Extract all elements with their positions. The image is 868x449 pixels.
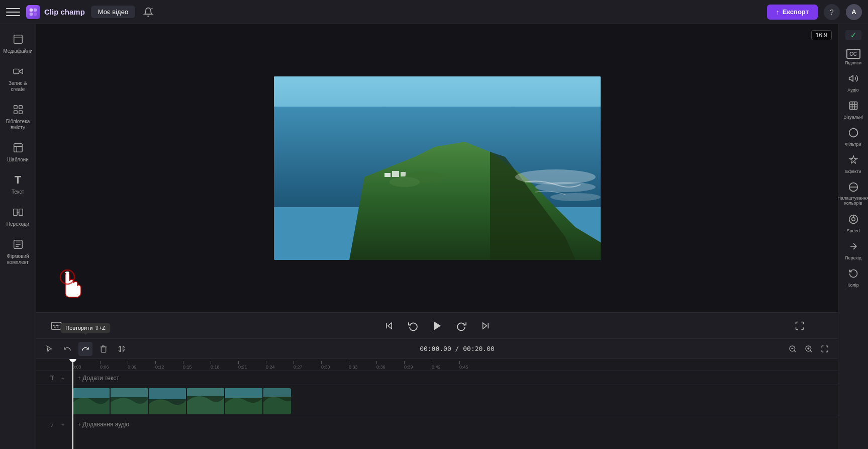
svg-marker-54: [849, 75, 853, 81]
time-display: 00:00.00 / 00:20.00: [420, 345, 495, 352]
filters-icon: [848, 128, 858, 140]
undo-button[interactable]: [60, 342, 74, 356]
rewind-5-button[interactable]: [405, 318, 421, 334]
rs-label-color-correction: Налаштування кольорів: [837, 196, 868, 206]
avatar[interactable]: A: [846, 4, 862, 20]
sidebar-label-text: Текст: [12, 189, 24, 195]
play-button[interactable]: [429, 318, 445, 334]
rs-item-color[interactable]: Колір: [840, 265, 866, 291]
ruler-mark-7: 0:24: [266, 361, 294, 370]
text-icon: T: [11, 173, 25, 187]
media-icon: [11, 32, 25, 46]
rs-item-effects[interactable]: Ефекти: [840, 151, 866, 177]
preview-container: 16:9: [36, 24, 838, 312]
video-thumbnail-3: [149, 388, 186, 414]
sidebar-item-record[interactable]: Запис & create: [3, 60, 33, 97]
rs-item-transition[interactable]: Перехід: [840, 238, 866, 264]
rs-label-effects: Ефекти: [845, 169, 861, 174]
my-video-button[interactable]: Моє відео: [91, 6, 135, 18]
add-audio-label: + Додавання аудіо: [77, 421, 129, 428]
rs-label-speed: Speed: [846, 228, 859, 233]
sidebar-item-content-library[interactable]: Бібліотека вмісту: [3, 99, 33, 135]
zoom-in-button[interactable]: [802, 342, 816, 356]
confirm-area: ✓: [840, 28, 866, 42]
redo-button[interactable]: [78, 342, 92, 356]
preview-video: [274, 76, 601, 260]
ruler-mark-0: 0:03: [72, 361, 100, 370]
sidebar-item-brand-kit[interactable]: Фірмовий комплект: [3, 233, 33, 270]
add-audio-button[interactable]: + Додавання аудіо: [77, 421, 129, 428]
rs-item-filters[interactable]: Фільтри: [840, 124, 866, 150]
rs-item-color-correction[interactable]: Налаштування кольорів: [840, 178, 866, 210]
svg-rect-24: [401, 172, 406, 176]
delete-button[interactable]: [97, 342, 111, 356]
ruler-mark-8: 0:27: [294, 361, 321, 370]
rs-label-visuals: Візуальні: [843, 115, 862, 120]
ruler-mark-1: 0:06: [100, 361, 128, 370]
export-button[interactable]: ↑ Експорт: [767, 5, 818, 20]
skip-end-button[interactable]: [477, 318, 494, 334]
rs-item-audio[interactable]: Аудіо: [840, 70, 866, 96]
add-text-label: + Додати текст: [77, 375, 119, 382]
svg-rect-43: [72, 388, 110, 398]
svg-rect-11: [14, 144, 22, 152]
color-icon: [848, 268, 858, 281]
forward-5-button[interactable]: [453, 318, 469, 334]
ruler-mark-10: 0:33: [349, 361, 376, 370]
rs-item-speed[interactable]: Speed: [840, 211, 866, 237]
svg-marker-32: [434, 321, 441, 330]
sidebar-label-transitions: Переходи: [7, 221, 29, 227]
fullscreen-button[interactable]: [792, 318, 808, 334]
add-text-button[interactable]: + Додати текст: [77, 375, 119, 382]
rs-item-captions[interactable]: CC Підписи: [840, 45, 866, 69]
video-thumbnail-5: [225, 388, 262, 414]
select-tool-button[interactable]: [42, 342, 56, 356]
svg-rect-2: [30, 12, 33, 15]
right-sidebar: ✓ CC Підписи Аудіо Візуальні: [838, 24, 868, 449]
zoom-out-button[interactable]: [786, 342, 800, 356]
skip-start-button[interactable]: [381, 318, 397, 334]
svg-rect-8: [19, 106, 22, 109]
svg-rect-45: [111, 388, 148, 397]
svg-rect-51: [225, 388, 262, 398]
redo-container: Повторити ⇧+Z: [78, 342, 92, 356]
audio-icon: [848, 73, 858, 86]
svg-point-21: [550, 193, 601, 201]
sidebar-item-text[interactable]: T Текст: [3, 169, 33, 199]
ruler-mark-6: 0:21: [238, 361, 266, 370]
menu-icon[interactable]: [6, 5, 20, 19]
center-area: 16:9: [36, 24, 838, 449]
svg-rect-9: [14, 111, 17, 114]
redo-tooltip: Повторити ⇧+Z: [60, 323, 110, 333]
playback-controls-wrapper: [36, 318, 838, 334]
captions-icon: CC: [846, 49, 860, 59]
rs-item-visuals[interactable]: Візуальні: [840, 97, 866, 123]
sidebar-label-brand-kit: Фірмовий комплект: [5, 253, 31, 265]
audio-track-icon: ♪: [50, 421, 54, 428]
ruler-mark-3: 0:12: [155, 361, 183, 370]
svg-rect-5: [14, 35, 22, 44]
sidebar-item-templates[interactable]: Шаблони: [3, 137, 33, 167]
help-button[interactable]: ?: [824, 4, 840, 20]
split-button[interactable]: [115, 342, 129, 356]
svg-line-39: [810, 350, 812, 352]
notification-icon[interactable]: [141, 5, 155, 19]
ruler-marks: 0:03 0:06 0:09 0:12: [72, 361, 487, 370]
sidebar-item-transitions[interactable]: Переходи: [3, 201, 33, 231]
svg-rect-7: [14, 106, 17, 109]
sidebar-label-content-library: Бібліотека вмісту: [5, 119, 31, 131]
fit-timeline-button[interactable]: [818, 342, 832, 356]
ruler-mark-5: 0:18: [211, 361, 238, 370]
svg-rect-53: [263, 388, 291, 397]
svg-line-36: [794, 350, 796, 352]
sidebar-item-media[interactable]: Медіафайли: [3, 28, 33, 58]
confirm-button[interactable]: ✓: [845, 30, 861, 40]
content-library-icon: [11, 103, 25, 117]
ruler-mark-14: 0:45: [459, 361, 487, 370]
record-icon: [11, 64, 25, 78]
timeline-ruler: 0:03 0:06 0:09 0:12: [36, 359, 838, 371]
timeline-tracks: 0:03 0:06 0:09 0:12: [36, 359, 838, 449]
playhead[interactable]: [72, 359, 73, 449]
video-clip[interactable]: [72, 388, 291, 414]
ruler-mark-9: 0:30: [321, 361, 349, 370]
